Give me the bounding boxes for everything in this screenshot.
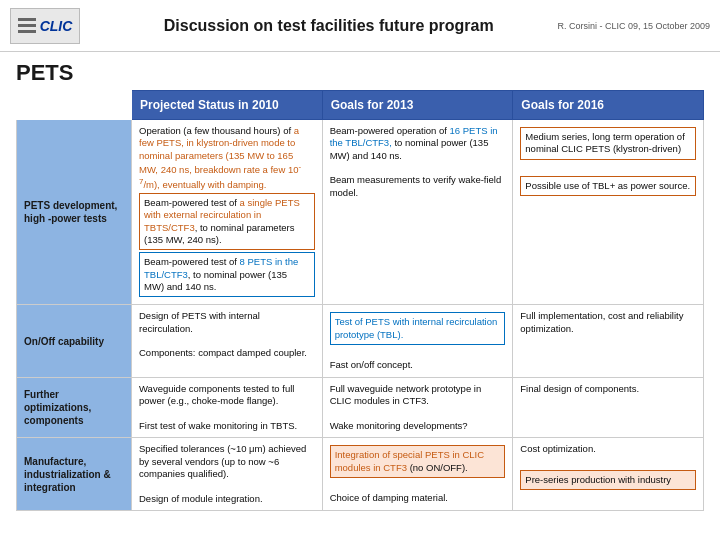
row2-col3: Full implementation, cost and reliabilit… <box>513 305 704 377</box>
row2-col3-text1: Full implementation, cost and reliabilit… <box>520 310 683 333</box>
row4-col3-text1: Cost optimization. <box>520 443 596 454</box>
row-label-manufacture: Manufacture, industrialization & integra… <box>17 438 132 511</box>
row1-col3-box2: Possible use of TBL+ as power source. <box>520 176 696 196</box>
row1-col2-text1: Beam-powered operation of <box>330 125 450 136</box>
row1-col3: Medium series, long term operation of no… <box>513 120 704 305</box>
presentation-title: Discussion on test facilities future pro… <box>100 17 557 35</box>
row2-col1-text1: Design of PETS with internal recirculati… <box>139 310 260 333</box>
col1-header: Projected Status in 2010 <box>132 91 323 120</box>
row3-col3-text1: Final design of components. <box>520 383 639 394</box>
row-label-pets: PETS development, high -power tests <box>17 120 132 305</box>
row4-col1-text2: Design of module integration. <box>139 493 263 504</box>
table-header-row: Projected Status in 2010 Goals for 2013 … <box>17 91 704 120</box>
page-title: PETS <box>16 60 704 86</box>
row1-col1-text1: Operation (a few thousand hours) of <box>139 125 294 136</box>
row2-col1-text2: Components: compact damped coupler. <box>139 347 307 358</box>
header-meta: R. Corsini - CLIC 09, 15 October 2009 <box>557 21 710 31</box>
row4-col2-box1: Integration of special PETS in CLIC modu… <box>330 445 506 478</box>
col2-header: Goals for 2013 <box>322 91 513 120</box>
table-row: Further optimizations, components Wavegu… <box>17 377 704 437</box>
row1-col1: Operation (a few thousand hours) of a fe… <box>132 120 323 305</box>
table-row: PETS development, high -power tests Oper… <box>17 120 704 305</box>
table-row: Manufacture, industrialization & integra… <box>17 438 704 511</box>
row4-col1-text1: Specified tolerances (~10 μm) achieved b… <box>139 443 306 479</box>
row3-col2-text1: Full waveguide network prototype in CLIC… <box>330 383 482 406</box>
col-empty-header <box>17 91 132 120</box>
row2-col2: Test of PETS with internal recirculation… <box>322 305 513 377</box>
row2-col2-box1: Test of PETS with internal recirculation… <box>330 312 506 345</box>
table-row: On/Off capability Design of PETS with in… <box>17 305 704 377</box>
row4-col3-box2: Pre-series production with industry <box>520 470 696 490</box>
row3-col1-text2: First test of wake monitoring in TBTS. <box>139 420 297 431</box>
row1-col3-box1: Medium series, long term operation of no… <box>520 127 696 160</box>
main-table: Projected Status in 2010 Goals for 2013 … <box>16 90 704 511</box>
row4-col3: Cost optimization. Pre-series production… <box>513 438 704 511</box>
row1-col2: Beam-powered operation of 16 PETS in the… <box>322 120 513 305</box>
row-label-optimizations: Further optimizations, components <box>17 377 132 437</box>
row3-col1: Waveguide components tested to full powe… <box>132 377 323 437</box>
page-title-section: PETS <box>0 52 720 90</box>
row3-col1-text1: Waveguide components tested to full powe… <box>139 383 294 406</box>
row1-col2-text3: Beam measurements to verify wake-field m… <box>330 174 502 197</box>
row3-col3: Final design of components. <box>513 377 704 437</box>
header: CLIC Discussion on test facilities futur… <box>0 0 720 52</box>
row4-col2-text2: Choice of damping material. <box>330 492 448 503</box>
row3-col2: Full waveguide network prototype in CLIC… <box>322 377 513 437</box>
row2-col2-text2: Fast on/off concept. <box>330 359 413 370</box>
logo-text: CLIC <box>40 18 73 34</box>
row1-col1-box1: Beam-powered test of a single PETS with … <box>139 193 315 250</box>
logo-lines-icon <box>18 18 36 33</box>
row2-col1: Design of PETS with internal recirculati… <box>132 305 323 377</box>
row4-col1: Specified tolerances (~10 μm) achieved b… <box>132 438 323 511</box>
row1-col1-box2: Beam-powered test of 8 PETS in the TBL/C… <box>139 252 315 297</box>
row-label-onoff: On/Off capability <box>17 305 132 377</box>
row4-col2: Integration of special PETS in CLIC modu… <box>322 438 513 511</box>
logo-box: CLIC <box>10 8 80 44</box>
logo: CLIC <box>10 8 80 44</box>
row3-col2-text2: Wake monitoring developments? <box>330 420 468 431</box>
header-title: Discussion on test facilities future pro… <box>100 17 557 35</box>
col3-header: Goals for 2016 <box>513 91 704 120</box>
